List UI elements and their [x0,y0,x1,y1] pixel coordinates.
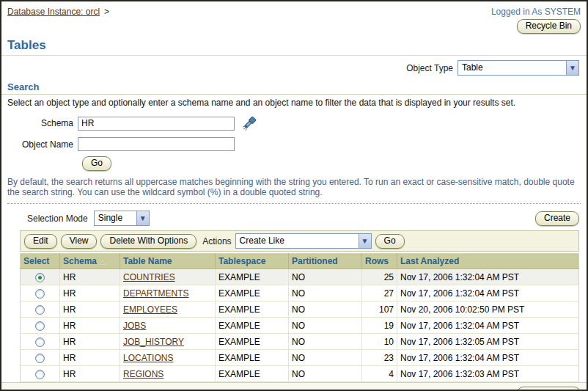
table-name-link[interactable]: LOCATIONS [123,353,173,363]
object-name-input[interactable] [78,137,235,151]
object-type-select[interactable]: Table ▼ [457,60,579,76]
object-name-row: Object Name [1,137,587,151]
row-table-name-cell: COUNTRIES [120,269,216,285]
selection-mode-select[interactable]: Single ▼ [94,211,150,226]
object-type-row: Object Type Table ▼ [1,56,587,77]
table-name-link[interactable]: EMPLOYEES [123,304,177,315]
row-select-radio[interactable] [35,305,45,315]
results-table-body: HRCOUNTRIESEXAMPLENO25Nov 17, 2006 1:32:… [21,269,579,382]
chevron-down-icon: ▼ [136,211,149,225]
row-partitioned-cell: NO [289,350,362,366]
search-go-row: Go [82,156,587,171]
row-select-radio[interactable] [35,370,45,379]
row-select-radio[interactable] [35,354,45,363]
schema-row: Schema [1,114,587,132]
column-header-last-analyzed[interactable]: Last Analyzed [397,254,579,269]
results-toolbar: Edit View Delete With Options Actions Cr… [20,230,579,252]
schema-input[interactable] [78,117,235,131]
table-name-link[interactable]: REGIONS [123,369,163,379]
actions-label: Actions [202,236,231,246]
row-table-name-cell: JOB_HISTORY [120,334,216,350]
object-type-label: Object Type [406,63,453,73]
breadcrumb-separator: > [104,7,109,17]
object-type-value: Table [458,61,566,75]
actions-select[interactable]: Create Like ▼ [235,233,372,249]
table-row: HRCOUNTRIESEXAMPLENO25Nov 17, 2006 1:32:… [21,269,579,285]
row-last-analyzed-cell: Nov 17, 2006 1:32:03 AM PST [397,366,579,382]
recycle-bin-button-bottom[interactable]: Recycle Bin [517,387,581,391]
table-row: HRJOBSEXAMPLENO19Nov 17, 2006 1:32:04 AM… [21,318,579,334]
row-select-cell [21,269,60,285]
row-table-name-cell: EMPLOYEES [120,302,216,318]
row-rows-cell: 23 [362,350,397,366]
table-name-link[interactable]: COUNTRIES [123,272,175,282]
schema-label: Schema [1,118,78,128]
row-select-cell [21,302,60,318]
view-button[interactable]: View [61,234,98,249]
table-name-link[interactable]: JOB_HISTORY [123,337,184,347]
recycle-bin-button-top[interactable]: Recycle Bin [517,19,581,34]
column-header-schema[interactable]: Schema△ [60,254,120,269]
search-note: By default, the search returns all upper… [1,171,587,197]
row-tablespace-cell: EXAMPLE [216,366,289,382]
breadcrumb: Database Instance: orcl> [7,7,109,34]
schema-lookup-flashlight-icon[interactable] [240,114,258,132]
table-row: HREMPLOYEESEXAMPLENO107Nov 20, 2006 10:0… [21,302,579,318]
row-schema-cell: HR [60,350,120,366]
row-partitioned-cell: NO [289,269,362,285]
column-header-rows[interactable]: Rows [362,254,397,269]
row-tablespace-cell: EXAMPLE [216,302,289,318]
footer: Recycle Bin [1,382,587,391]
page-title: Tables [1,35,587,56]
row-last-analyzed-cell: Nov 20, 2006 10:02:50 PM PST [397,302,579,318]
row-last-analyzed-cell: Nov 17, 2006 1:32:04 AM PST [397,269,579,285]
breadcrumb-database-instance-link[interactable]: Database Instance: orcl [7,7,100,17]
row-select-radio[interactable] [35,337,45,347]
row-select-radio[interactable] [35,289,45,299]
row-partitioned-cell: NO [289,302,362,318]
search-go-button[interactable]: Go [82,156,111,171]
row-rows-cell: 107 [362,302,397,318]
row-schema-cell: HR [60,334,120,350]
row-schema-cell: HR [60,285,120,302]
table-name-link[interactable]: JOBS [123,321,146,331]
column-header-table-name[interactable]: Table Name [120,254,216,269]
selection-mode-value: Single [95,211,136,225]
search-description: Select an object type and optionally ent… [1,95,587,109]
row-partitioned-cell: NO [289,285,362,302]
object-name-label: Object Name [1,139,78,150]
row-select-radio[interactable] [35,321,45,331]
row-select-radio[interactable] [35,273,45,282]
results-table: Select Schema△ Table Name Tablespace Par… [20,253,579,382]
table-row: HRLOCATIONSEXAMPLENO23Nov 17, 2006 1:32:… [21,350,579,366]
actions-go-button[interactable]: Go [375,234,405,249]
row-select-cell [21,318,60,334]
table-row: HRREGIONSEXAMPLENO4Nov 17, 2006 1:32:03 … [21,366,579,382]
column-header-schema-label: Schema [63,256,97,266]
row-table-name-cell: DEPARTMENTS [120,285,216,302]
row-partitioned-cell: NO [289,318,362,334]
column-header-partitioned[interactable]: Partitioned [289,254,362,269]
row-rows-cell: 19 [362,318,397,334]
row-select-cell [21,350,60,366]
table-name-link[interactable]: DEPARTMENTS [123,288,189,299]
column-header-tablespace[interactable]: Tablespace [216,254,289,269]
results-section: Selection Mode Single ▼ Create Edit View… [20,204,579,382]
row-select-cell [21,285,60,302]
tables-page: Database Instance: orcl> Logged in As SY… [0,0,588,391]
selection-mode-label: Selection Mode [27,213,88,224]
delete-with-options-button[interactable]: Delete With Options [100,234,196,249]
row-last-analyzed-cell: Nov 17, 2006 1:32:04 AM PST [397,350,579,366]
row-schema-cell: HR [60,366,120,382]
logged-in-as-label: Logged in As SYSTEM [491,7,581,17]
row-tablespace-cell: EXAMPLE [216,285,289,302]
top-right-area: Logged in As SYSTEM Recycle Bin [491,7,581,34]
row-rows-cell: 25 [362,269,397,285]
create-button[interactable]: Create [535,211,579,226]
edit-button[interactable]: Edit [24,234,57,249]
row-schema-cell: HR [60,318,120,334]
sort-ascending-icon: △ [100,257,106,266]
actions-value: Create Like [236,234,359,248]
top-bar: Database Instance: orcl> Logged in As SY… [1,1,587,34]
table-row: HRJOB_HISTORYEXAMPLENO10Nov 17, 2006 1:3… [21,334,579,350]
